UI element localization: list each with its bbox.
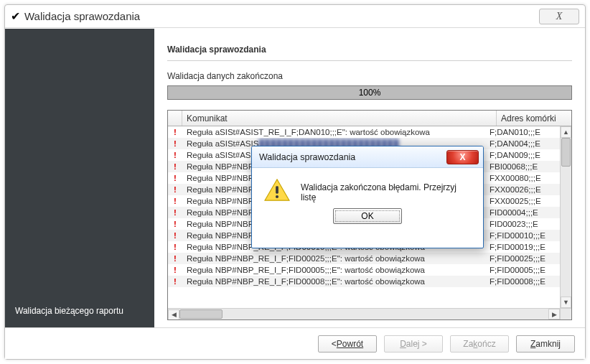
- svg-rect-0: [276, 186, 278, 193]
- scroll-down-icon[interactable]: ▼: [561, 297, 571, 308]
- scroll-up-icon[interactable]: ▲: [561, 126, 571, 138]
- window-close-button[interactable]: X: [539, 9, 579, 24]
- status-text: Walidacja danych zakończona: [167, 71, 572, 81]
- svg-point-1: [276, 195, 278, 198]
- check-icon: ✔: [11, 9, 20, 23]
- row-address: FXX00080;;;E: [485, 172, 560, 184]
- row-address: FBI00068;;;E: [485, 161, 560, 172]
- sidebar: Walidacja bieżącego raportu: [5, 29, 154, 327]
- error-icon: !: [168, 172, 182, 184]
- window-title: Walidacja sprawozdania: [24, 10, 539, 22]
- scroll-thumb-v[interactable]: [561, 138, 571, 167]
- row-message: Reguła NBP#NBP_RE_I_F;FID00008;;;E": war…: [182, 276, 485, 287]
- error-icon: !: [168, 276, 182, 287]
- error-icon: !: [168, 241, 182, 253]
- modal-title: Walidacja sprawozdania: [259, 152, 446, 162]
- error-icon: !: [168, 264, 182, 276]
- modal-message: Walidacja zakończona błędami. Przejrzyj …: [301, 178, 472, 202]
- scroll-right-icon[interactable]: ▶: [548, 309, 560, 319]
- error-icon: !: [168, 184, 182, 195]
- modal-titlebar: Walidacja sprawozdania X: [252, 146, 483, 168]
- next-button: Dalej >: [384, 335, 443, 353]
- sidebar-status: Walidacja bieżącego raportu: [15, 306, 147, 316]
- row-message: Reguła aSISt#ASIST_RE_I_F;DAN010;;;E": w…: [182, 126, 485, 138]
- error-icon: !: [168, 230, 182, 241]
- row-address: FXX00025;;;E: [485, 195, 560, 207]
- table-header: Komunikat Adres komórki: [168, 111, 571, 126]
- back-button[interactable]: < Powrót: [318, 335, 377, 353]
- footer: < Powrót Dalej > Zakończ Zamknij: [5, 327, 585, 359]
- close-button[interactable]: Zamknij: [516, 335, 575, 353]
- col-flag[interactable]: [168, 111, 182, 126]
- row-address: FID00004;;;E: [485, 207, 560, 218]
- col-message[interactable]: Komunikat: [182, 111, 497, 126]
- scroll-left-icon[interactable]: ◀: [168, 309, 179, 320]
- table-row[interactable]: !Reguła NBP#NBP_RE_I_F;FID00008;;;E": wa…: [168, 276, 560, 287]
- error-icon: !: [168, 195, 182, 207]
- vertical-scrollbar[interactable]: ▲ ▼: [560, 126, 571, 308]
- row-address: F;DAN004;;;E: [485, 138, 560, 149]
- progress-value: 100%: [359, 88, 381, 98]
- warning-icon: [263, 178, 291, 202]
- row-address: F;FID00025;;;E: [485, 253, 560, 264]
- modal-close-button[interactable]: X: [446, 150, 479, 164]
- error-icon: !: [168, 138, 182, 149]
- error-icon: !: [168, 149, 182, 161]
- modal-dialog: Walidacja sprawozdania X Walidacja zakoń…: [251, 146, 484, 248]
- error-icon: !: [168, 207, 182, 218]
- row-address: F;FID00019;;;E: [485, 241, 560, 253]
- row-address: F;DAN009;;;E: [485, 149, 560, 161]
- error-icon: !: [168, 161, 182, 172]
- col-address[interactable]: Adres komórki: [497, 111, 571, 126]
- error-icon: !: [168, 218, 182, 230]
- progress-bar: 100%: [167, 85, 572, 100]
- table-row[interactable]: !Reguła NBP#NBP_RE_I_F;FID00005;;;E": wa…: [168, 264, 560, 276]
- error-icon: !: [168, 126, 182, 138]
- row-address: F;FID00008;;;E: [485, 276, 560, 287]
- modal-body: Walidacja zakończona błędami. Przejrzyj …: [252, 168, 483, 208]
- horizontal-scrollbar[interactable]: ◀ ▶: [168, 308, 560, 319]
- row-address: F;FID00005;;;E: [485, 264, 560, 276]
- table-row[interactable]: !Reguła aSISt#ASIST_RE_I_F;DAN010;;;E": …: [168, 126, 560, 138]
- table-row[interactable]: !Reguła NBP#NBP_RE_I_F;FID00025;;;E": wa…: [168, 253, 560, 264]
- finish-button: Zakończ: [450, 335, 509, 353]
- row-message: Reguła NBP#NBP_RE_I_F;FID00025;;;E": war…: [182, 253, 485, 264]
- row-address: FXX00026;;;E: [485, 184, 560, 195]
- row-address: FID00023;;;E: [485, 218, 560, 230]
- error-icon: !: [168, 253, 182, 264]
- main-heading: Walidacja sprawozdania: [167, 45, 572, 55]
- row-address: F;FID00010;;;E: [485, 230, 560, 241]
- scroll-thumb-h[interactable]: [179, 309, 223, 319]
- row-address: F;DAN010;;;E: [485, 126, 560, 138]
- modal-ok-button[interactable]: OK: [333, 208, 402, 224]
- row-message: Reguła NBP#NBP_RE_I_F;FID00005;;;E": war…: [182, 264, 485, 276]
- modal-footer: OK: [252, 208, 483, 233]
- divider: [167, 60, 572, 61]
- titlebar: ✔ Walidacja sprawozdania X: [5, 5, 585, 28]
- scroll-corner: [560, 308, 571, 319]
